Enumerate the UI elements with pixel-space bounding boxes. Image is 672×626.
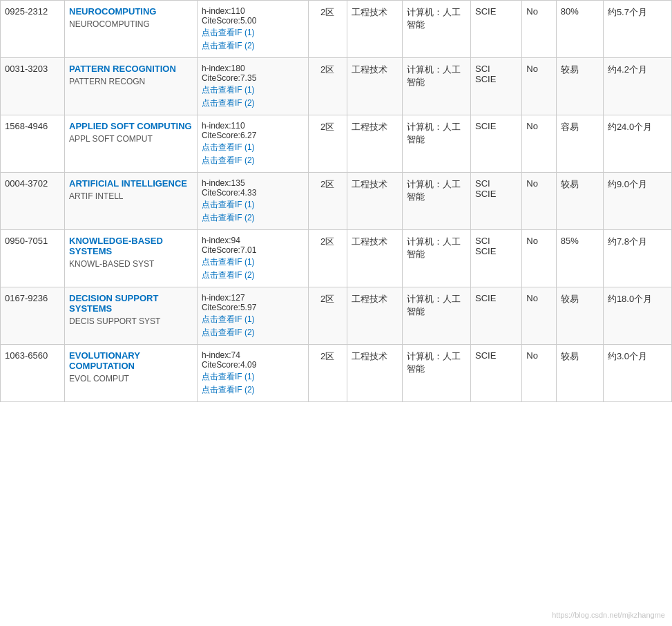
index-primary: SCI — [475, 178, 517, 189]
accept-rate-cell: 容易 — [556, 115, 603, 173]
issn-cell: 0031-3203 — [1, 58, 65, 115]
citescore: CiteScore:6.27 — [202, 131, 304, 140]
accept-rate-cell: 较易 — [556, 345, 603, 402]
index-primary: SCI — [475, 236, 517, 246]
issn-cell: 1063-6560 — [1, 345, 65, 402]
table-row: 0925-2312NEUROCOMPUTINGNEUROCOMPUTINGh-i… — [1, 1, 672, 58]
citescore: CiteScore:4.33 — [202, 188, 304, 198]
journal-name-link[interactable]: APPLIED SOFT COMPUTING — [69, 121, 193, 131]
if2-link[interactable]: 点击查看IF (2) — [202, 212, 304, 224]
journal-name-link[interactable]: EVOLUTIONARY COMPUTATION — [69, 350, 193, 371]
if2-link[interactable]: 点击查看IF (2) — [202, 269, 304, 281]
table-row: 1568-4946APPLIED SOFT COMPUTINGAPPL SOFT… — [1, 115, 672, 173]
if1-link[interactable]: 点击查看IF (1) — [202, 256, 304, 268]
subject-cell: 计算机：人工智能 — [403, 115, 471, 173]
accept-rate-cell: 较易 — [556, 58, 603, 115]
if2-link[interactable]: 点击查看IF (2) — [202, 97, 304, 109]
subject-cell: 计算机：人工智能 — [403, 58, 471, 115]
journal-name-link[interactable]: KNOWLEDGE-BASED SYSTEMS — [69, 236, 193, 256]
issn-cell: 0950-7051 — [1, 230, 65, 287]
if1-link[interactable]: 点击查看IF (1) — [202, 84, 304, 96]
issn-value: 0167-9236 — [5, 293, 48, 303]
if1-link[interactable]: 点击查看IF (1) — [202, 27, 304, 39]
issn-cell: 0925-2312 — [1, 1, 65, 58]
metrics-cell: h-index:135CiteScore:4.33点击查看IF (1)点击查看I… — [197, 173, 308, 230]
issn-value: 0031-3203 — [5, 64, 48, 74]
index-primary: SCIE — [475, 121, 517, 131]
journal-abbr: EVOL COMPUT — [69, 374, 193, 383]
journal-name-link[interactable]: ARTIFICIAL INTELLIGENCE — [69, 178, 193, 189]
journal-table: 0925-2312NEUROCOMPUTINGNEUROCOMPUTINGh-i… — [0, 0, 672, 402]
index-primary: SCIE — [475, 350, 517, 361]
metrics-cell: h-index:94CiteScore:7.01点击查看IF (1)点击查看IF… — [197, 230, 308, 287]
category-cell: 工程技术 — [347, 1, 402, 58]
accept-rate-cell: 80% — [556, 1, 603, 58]
if2-link[interactable]: 点击查看IF (2) — [202, 384, 304, 396]
h-index: h-index:180 — [202, 64, 304, 73]
metrics-cell: h-index:127CiteScore:5.97点击查看IF (1)点击查看I… — [197, 287, 308, 345]
index-cell: SCIE — [471, 1, 522, 58]
table-row: 0004-3702ARTIFICIAL INTELLIGENCEARTIF IN… — [1, 173, 672, 230]
if1-link[interactable]: 点击查看IF (1) — [202, 314, 304, 325]
zone-cell: 2区 — [308, 58, 347, 115]
if1-link[interactable]: 点击查看IF (1) — [202, 371, 304, 383]
metrics-cell: h-index:110CiteScore:6.27点击查看IF (1)点击查看I… — [197, 115, 308, 173]
if2-link[interactable]: 点击查看IF (2) — [202, 40, 304, 52]
review-time-cell: 约5.7个月 — [603, 1, 671, 58]
journal-abbr: NEUROCOMPUTING — [69, 19, 193, 29]
index-cell: SCIE — [471, 287, 522, 345]
table-row: 0031-3203PATTERN RECOGNITIONPATTERN RECO… — [1, 58, 672, 115]
index-primary: SCI — [475, 64, 517, 74]
review-time-cell: 约9.0个月 — [603, 173, 671, 230]
index-cell: SCISCIE — [471, 230, 522, 287]
subject-cell: 计算机：人工智能 — [403, 1, 471, 58]
accept-rate-cell: 85% — [556, 230, 603, 287]
journal-name-link[interactable]: PATTERN RECOGNITION — [69, 64, 193, 74]
journal-abbr: PATTERN RECOGN — [69, 77, 193, 86]
h-index: h-index:110 — [202, 121, 304, 131]
h-index: h-index:135 — [202, 178, 304, 188]
if1-link[interactable]: 点击查看IF (1) — [202, 142, 304, 153]
h-index: h-index:74 — [202, 350, 304, 360]
table-row: 0950-7051KNOWLEDGE-BASED SYSTEMSKNOWL-BA… — [1, 230, 672, 287]
zone-cell: 2区 — [308, 115, 347, 173]
index-cell: SCISCIE — [471, 173, 522, 230]
journal-name-cell: EVOLUTIONARY COMPUTATIONEVOL COMPUT — [65, 345, 198, 402]
metrics-cell: h-index:110CiteScore:5.00点击查看IF (1)点击查看I… — [197, 1, 308, 58]
index-primary: SCIE — [475, 6, 517, 17]
category-cell: 工程技术 — [347, 173, 402, 230]
zone-cell: 2区 — [308, 287, 347, 345]
journal-name-link[interactable]: DECISION SUPPORT SYSTEMS — [69, 293, 193, 314]
issn-cell: 0167-9236 — [1, 287, 65, 345]
if2-link[interactable]: 点击查看IF (2) — [202, 155, 304, 167]
journal-name-cell: PATTERN RECOGNITIONPATTERN RECOGN — [65, 58, 198, 115]
if1-link[interactable]: 点击查看IF (1) — [202, 199, 304, 211]
category-cell: 工程技术 — [347, 230, 402, 287]
h-index: h-index:127 — [202, 293, 304, 303]
oa-cell: No — [522, 1, 557, 58]
review-time-cell: 约4.2个月 — [603, 58, 671, 115]
review-time-cell: 约24.0个月 — [603, 115, 671, 173]
citescore: CiteScore:7.01 — [202, 245, 304, 255]
table-row: 0167-9236DECISION SUPPORT SYSTEMSDECIS S… — [1, 287, 672, 345]
issn-value: 0950-7051 — [5, 236, 48, 246]
issn-cell: 1568-4946 — [1, 115, 65, 173]
journal-name-cell: ARTIFICIAL INTELLIGENCEARTIF INTELL — [65, 173, 198, 230]
subject-cell: 计算机：人工智能 — [403, 345, 471, 402]
journal-name-cell: DECISION SUPPORT SYSTEMSDECIS SUPPORT SY… — [65, 287, 198, 345]
index-secondary: SCIE — [475, 246, 517, 256]
citescore: CiteScore:5.00 — [202, 16, 304, 26]
index-cell: SCIE — [471, 115, 522, 173]
journal-name-link[interactable]: NEUROCOMPUTING — [69, 6, 193, 17]
category-cell: 工程技术 — [347, 287, 402, 345]
review-time-cell: 约18.0个月 — [603, 287, 671, 345]
if2-link[interactable]: 点击查看IF (2) — [202, 327, 304, 339]
oa-cell: No — [522, 58, 557, 115]
subject-cell: 计算机：人工智能 — [403, 287, 471, 345]
index-cell: SCIE — [471, 345, 522, 402]
oa-cell: No — [522, 287, 557, 345]
index-secondary: SCIE — [475, 74, 517, 84]
table-row: 1063-6560EVOLUTIONARY COMPUTATIONEVOL CO… — [1, 345, 672, 402]
issn-value: 0004-3702 — [5, 178, 48, 189]
category-cell: 工程技术 — [347, 58, 402, 115]
